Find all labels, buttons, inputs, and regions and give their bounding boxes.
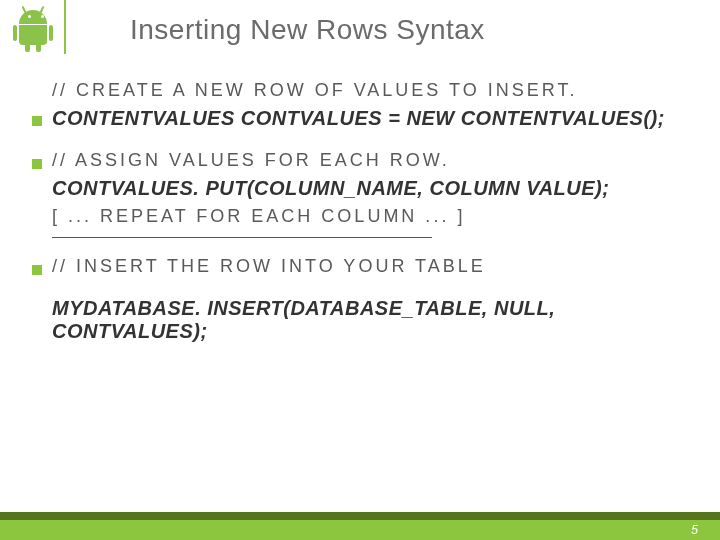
- bullet-icon: [32, 265, 42, 275]
- code-statement: MYDATABASE. INSERT(DATABASE_TABLE, NULL,…: [52, 297, 700, 343]
- code-statement: CONTVALUES. PUT(COLUMN_NAME, COLUMN VALU…: [52, 177, 609, 200]
- bullet-spacer: [32, 215, 42, 225]
- bullet-spacer: [32, 306, 42, 316]
- list-item: // ASSIGN VALUES FOR EACH ROW.: [32, 150, 700, 171]
- slide-body: // CREATE A NEW ROW OF VALUES TO INSERT.…: [32, 80, 700, 349]
- code-statement: CONTENTVALUES CONTVALUES = NEW CONTENTVA…: [52, 107, 665, 130]
- footer-dark-bar: [0, 512, 720, 520]
- list-item: CONTENTVALUES CONTVALUES = NEW CONTENTVA…: [32, 107, 700, 130]
- android-icon: [16, 10, 50, 50]
- slide-title: Inserting New Rows Syntax: [130, 14, 485, 46]
- list-item: // INSERT THE ROW INTO YOUR TABLE: [32, 256, 700, 277]
- list-item: [ ... REPEAT FOR EACH COLUMN ... ]: [32, 206, 700, 227]
- bullet-icon: [32, 159, 42, 169]
- code-comment: [ ... REPEAT FOR EACH COLUMN ... ]: [52, 206, 465, 227]
- slide: Inserting New Rows Syntax // CREATE A NE…: [0, 0, 720, 540]
- list-item: MYDATABASE. INSERT(DATABASE_TABLE, NULL,…: [32, 297, 700, 343]
- bullet-spacer: [32, 89, 42, 99]
- title-divider: [64, 0, 66, 54]
- footer-green-bar: [0, 520, 720, 540]
- code-comment: // CREATE A NEW ROW OF VALUES TO INSERT.: [52, 80, 577, 101]
- bullet-icon: [32, 116, 42, 126]
- slide-footer: 5: [0, 510, 720, 540]
- android-logo-box: [6, 6, 60, 54]
- bullet-spacer: [32, 186, 42, 196]
- list-item: // CREATE A NEW ROW OF VALUES TO INSERT.: [32, 80, 700, 101]
- list-item: CONTVALUES. PUT(COLUMN_NAME, COLUMN VALU…: [32, 177, 700, 200]
- horizontal-rule: [52, 237, 432, 238]
- code-comment: // ASSIGN VALUES FOR EACH ROW.: [52, 150, 450, 171]
- code-comment: // INSERT THE ROW INTO YOUR TABLE: [52, 256, 486, 277]
- page-number: 5: [691, 523, 698, 537]
